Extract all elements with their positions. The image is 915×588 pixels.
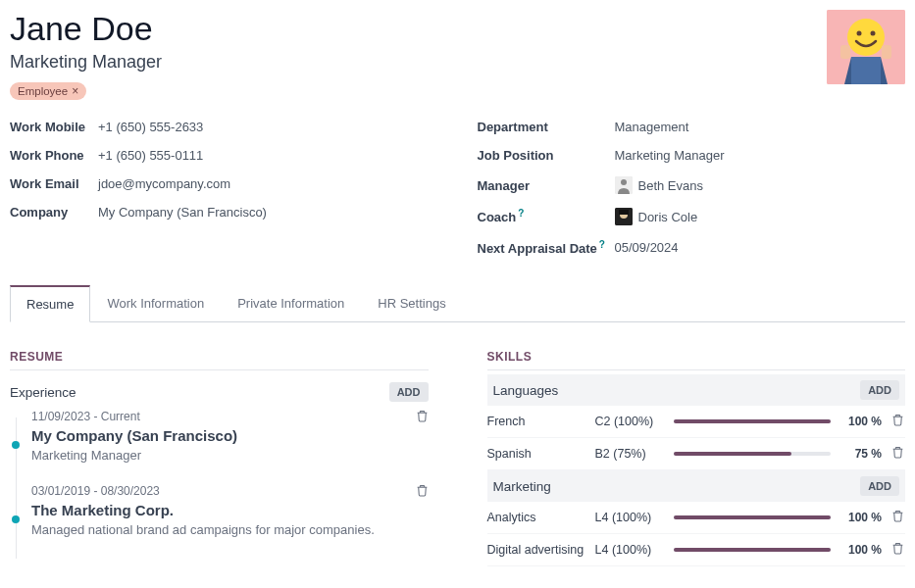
trash-icon[interactable]: [891, 542, 905, 558]
skill-progress: [674, 515, 832, 519]
skill-level: L4 (100%): [595, 511, 664, 524]
department-value[interactable]: Management: [615, 120, 689, 134]
work-mobile-label: Work Mobile: [10, 120, 98, 134]
employee-name[interactable]: Jane Doe: [10, 10, 905, 48]
manager-label: Manager: [478, 178, 615, 193]
work-email-label: Work Email: [10, 176, 98, 191]
resume-heading: RESUME: [10, 350, 429, 370]
tab-bar: Resume Work Information Private Informat…: [10, 285, 905, 322]
coach-label: Coach?: [478, 208, 615, 224]
coach-name: Doris Cole: [638, 210, 698, 224]
skill-group-label: Marketing: [493, 479, 551, 494]
svg-rect-11: [619, 210, 629, 215]
help-icon[interactable]: ?: [518, 208, 524, 219]
trash-icon[interactable]: [891, 510, 905, 525]
employee-tag[interactable]: Employee ×: [10, 82, 86, 100]
skill-name: Spanish: [487, 447, 585, 461]
experience-company: The Marketing Corp.: [31, 502, 429, 518]
svg-rect-1: [851, 57, 881, 84]
work-mobile-value[interactable]: +1 (650) 555-2633: [98, 120, 203, 134]
person-icon: [615, 208, 633, 225]
tab-private-information[interactable]: Private Information: [221, 285, 361, 322]
add-experience-button[interactable]: ADD: [389, 382, 429, 402]
tag-label: Employee: [18, 85, 68, 97]
skill-level: L4 (100%): [595, 543, 664, 557]
skill-progress: [674, 419, 832, 423]
work-phone-value[interactable]: +1 (650) 555-0111: [98, 148, 203, 163]
experience-item[interactable]: 03/01/2019 - 08/30/2023The Marketing Cor…: [31, 484, 429, 559]
skill-row[interactable]: AnalyticsL4 (100%)100 %: [487, 502, 906, 534]
skill-level: C2 (100%): [595, 415, 664, 428]
experience-dates: 11/09/2023 - Current: [31, 410, 429, 423]
skill-name: Digital advertising: [487, 543, 585, 557]
svg-point-8: [621, 179, 627, 185]
tab-resume[interactable]: Resume: [10, 285, 90, 322]
experience-description: Managed national brand ad campaigns for …: [31, 522, 429, 537]
coach-value[interactable]: Doris Cole: [615, 208, 698, 225]
skills-heading: SKILLS: [487, 350, 906, 370]
svg-point-2: [847, 19, 885, 56]
svg-rect-5: [840, 45, 850, 59]
manager-value[interactable]: Beth Evans: [615, 176, 704, 194]
experience-dates: 03/01/2019 - 08/30/2023: [31, 484, 429, 498]
skill-percent: 100 %: [840, 415, 882, 428]
skill-row[interactable]: SpanishB2 (75%)75 %: [487, 438, 906, 470]
experience-item[interactable]: 11/09/2023 - CurrentMy Company (San Fran…: [31, 410, 429, 484]
tab-hr-settings[interactable]: HR Settings: [361, 285, 462, 322]
skill-group-label: Languages: [493, 383, 559, 398]
tab-work-information[interactable]: Work Information: [90, 285, 221, 322]
experience-company: My Company (San Francisco): [31, 427, 429, 444]
work-phone-label: Work Phone: [10, 148, 98, 163]
next-appraisal-value[interactable]: 05/09/2024: [615, 240, 679, 255]
job-position-value[interactable]: Marketing Manager: [615, 148, 725, 163]
skill-progress: [674, 452, 832, 456]
skill-percent: 100 %: [840, 543, 882, 557]
person-icon: [615, 176, 633, 194]
trash-icon[interactable]: [416, 484, 429, 500]
manager-name: Beth Evans: [638, 178, 704, 193]
add-skill-button[interactable]: ADD: [860, 476, 899, 496]
svg-point-3: [857, 31, 862, 36]
company-value[interactable]: My Company (San Francisco): [98, 205, 267, 220]
help-icon[interactable]: ?: [599, 239, 605, 250]
svg-point-4: [871, 31, 876, 36]
next-appraisal-label: Next Appraisal Date?: [478, 239, 615, 256]
skill-row[interactable]: Digital advertisingL4 (100%)100 %: [487, 534, 906, 566]
add-skill-button[interactable]: ADD: [860, 380, 899, 400]
department-label: Department: [478, 120, 615, 134]
avatar[interactable]: [827, 10, 905, 84]
work-email-value[interactable]: jdoe@mycompany.com: [98, 176, 230, 191]
skill-percent: 75 %: [840, 447, 882, 461]
close-icon[interactable]: ×: [72, 84, 78, 98]
trash-icon[interactable]: [891, 446, 905, 462]
skill-progress: [674, 548, 832, 552]
skill-row[interactable]: FrenchC2 (100%)100 %: [487, 406, 906, 438]
svg-rect-6: [882, 45, 891, 59]
trash-icon[interactable]: [416, 410, 429, 425]
skill-level: B2 (75%): [595, 447, 664, 461]
company-label: Company: [10, 205, 98, 220]
skill-percent: 100 %: [840, 511, 882, 524]
skill-name: French: [487, 415, 585, 428]
experience-description: Marketing Manager: [31, 448, 429, 463]
job-title[interactable]: Marketing Manager: [10, 52, 905, 73]
trash-icon[interactable]: [891, 414, 905, 429]
skill-name: Analytics: [487, 511, 585, 524]
experience-label: Experience: [10, 385, 76, 400]
job-position-label: Job Position: [478, 148, 615, 163]
